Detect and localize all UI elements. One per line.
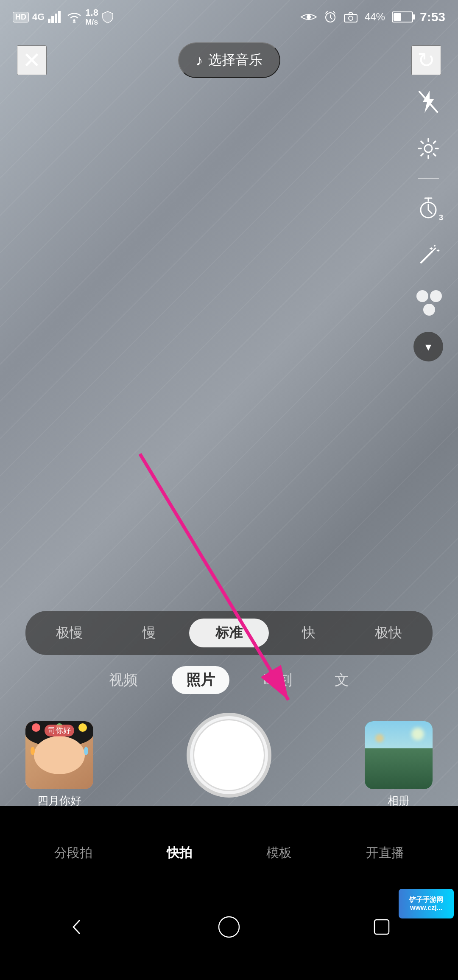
shutter-inner xyxy=(193,719,265,791)
svg-point-8 xyxy=(349,16,353,20)
recent-avatar-button[interactable]: 司你好 xyxy=(25,721,93,789)
select-music-button[interactable]: ♪ 选择音乐 xyxy=(178,42,280,78)
settings-button[interactable] xyxy=(411,132,445,165)
music-note-icon: ♪ xyxy=(196,52,203,69)
tab-live[interactable]: 开直播 xyxy=(357,840,413,866)
watermark-text: 铲子手游网 www.czj... xyxy=(409,896,443,912)
svg-point-19 xyxy=(219,917,239,937)
status-right: 44% 7:53 xyxy=(300,10,445,24)
svg-point-10 xyxy=(424,145,432,152)
magic-wand-icon: ✦ ✦ ✦ xyxy=(417,244,440,267)
timer-badge: 3 xyxy=(439,213,443,222)
flip-camera-button[interactable]: ↻ xyxy=(411,45,441,75)
chevron-down-icon: ▾ xyxy=(425,340,431,354)
magic-wand-button[interactable]: ✦ ✦ ✦ xyxy=(411,238,445,272)
mode-video[interactable]: 视频 xyxy=(101,666,146,694)
avatar-thumbnail: 司你好 xyxy=(25,721,93,789)
svg-rect-0 xyxy=(48,19,50,23)
gallery-container: 相册 xyxy=(365,721,433,789)
mode-text[interactable]: 文 xyxy=(326,666,357,694)
gallery-thumbnail xyxy=(365,721,433,789)
mode-moment[interactable]: 时刻 xyxy=(255,666,301,694)
camera-controls-row: 司你好 四月你好 相册 xyxy=(0,713,458,798)
close-icon: ✕ xyxy=(22,48,41,73)
status-bar: HD 4G 1.8 M/s xyxy=(0,0,458,34)
speed-very-fast[interactable]: 极快 xyxy=(349,619,428,647)
shutter-button[interactable] xyxy=(187,713,271,798)
back-button[interactable] xyxy=(59,910,93,944)
avatar-container: 司你好 四月你好 xyxy=(25,721,93,789)
beauty-button[interactable] xyxy=(411,285,445,319)
svg-rect-1 xyxy=(51,16,54,23)
vpn-shield-icon xyxy=(102,11,114,23)
recents-square-icon xyxy=(371,916,392,938)
recents-button[interactable] xyxy=(365,910,399,944)
status-left: HD 4G 1.8 M/s xyxy=(13,8,114,26)
divider xyxy=(418,178,439,179)
hd-badge: HD xyxy=(13,12,29,22)
expand-button[interactable]: ▾ xyxy=(413,332,443,361)
home-circle-icon xyxy=(217,915,241,939)
speed-slow[interactable]: 慢 xyxy=(109,619,189,647)
camera-icon xyxy=(344,11,358,23)
tab-quick-shoot[interactable]: 快拍 xyxy=(158,840,201,866)
speed-text: 1.8 M/s xyxy=(85,8,98,26)
eye-icon xyxy=(300,11,317,23)
svg-rect-3 xyxy=(58,11,61,23)
close-button[interactable]: ✕ xyxy=(17,45,47,75)
svg-text:✦: ✦ xyxy=(436,248,440,254)
watermark-line2: www.czj... xyxy=(410,904,442,911)
battery-percent: 44% xyxy=(365,11,385,23)
signal-icon xyxy=(48,11,63,23)
speed-normal[interactable]: 标准 xyxy=(189,619,269,647)
clock-time: 7:53 xyxy=(420,10,445,24)
speed-very-slow[interactable]: 极慢 xyxy=(30,619,109,647)
home-button[interactable] xyxy=(212,910,246,944)
bottom-bar: 分段拍 快拍 模板 开直播 xyxy=(0,806,458,899)
gallery-button[interactable] xyxy=(365,721,433,789)
tab-segment-shoot[interactable]: 分段拍 xyxy=(46,840,101,866)
svg-rect-7 xyxy=(344,14,357,22)
timer-icon xyxy=(418,197,439,221)
wifi-icon xyxy=(67,11,82,23)
beauty-circles-icon xyxy=(416,290,440,314)
top-controls: ✕ ♪ 选择音乐 ↻ xyxy=(0,34,458,87)
watermark-line1: 铲子手游网 xyxy=(409,896,443,903)
back-icon xyxy=(66,916,87,938)
svg-rect-2 xyxy=(55,14,57,23)
svg-rect-20 xyxy=(374,920,389,934)
speed-fast[interactable]: 快 xyxy=(269,619,349,647)
svg-line-12 xyxy=(421,252,432,263)
tab-template[interactable]: 模板 xyxy=(258,840,300,866)
timer-button[interactable]: 3 xyxy=(411,192,445,226)
mode-photo[interactable]: 照片 xyxy=(172,666,229,694)
alarm-icon xyxy=(324,11,337,23)
speed-selector: 极慢 慢 标准 快 极快 xyxy=(25,611,433,655)
refresh-icon: ↻ xyxy=(417,48,435,73)
music-button-label: 选择音乐 xyxy=(208,51,263,70)
nav-bar xyxy=(0,899,458,955)
network-icon: 4G xyxy=(32,11,45,22)
flash-button[interactable] xyxy=(411,85,445,119)
gear-icon xyxy=(417,137,440,160)
watermark: 铲子手游网 www.czj... xyxy=(399,889,454,918)
battery-icon xyxy=(392,11,413,22)
svg-point-4 xyxy=(73,20,75,22)
flash-off-icon xyxy=(418,90,439,114)
mode-tabs: 视频 照片 时刻 文 xyxy=(0,666,458,694)
svg-point-5 xyxy=(307,15,311,19)
right-controls: 3 ✦ ✦ ✦ ▾ xyxy=(411,85,445,361)
